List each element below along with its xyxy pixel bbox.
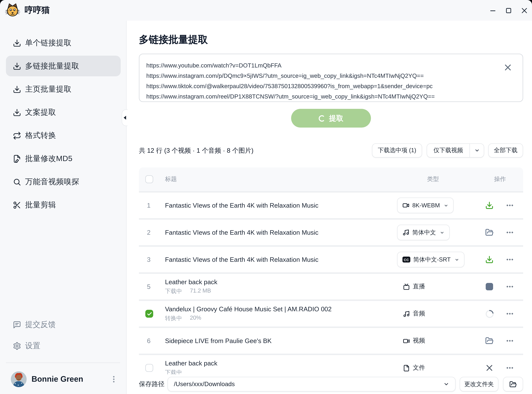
sidebar-item-multi-link-batch-extract[interactable]: 多链接批量提取 xyxy=(6,56,121,76)
table-row: 5 Leather back pack 下载中 71.2 MB 直播 xyxy=(139,274,523,301)
download-selected-button[interactable]: 下载选中项 (1) xyxy=(372,143,422,158)
type-label: 文件 xyxy=(413,364,425,372)
row-menu-button[interactable] xyxy=(506,202,514,209)
url-input[interactable]: https://www.youtube.com/watch?v=DOT1LmQb… xyxy=(139,54,523,102)
table-row: 1 Fantastic VIews of the Earth 4K with R… xyxy=(139,192,523,220)
type-cell: 文件 xyxy=(403,364,425,372)
save-path-label: 保存路径 xyxy=(139,380,165,389)
sidebar-item-settings[interactable]: 设置 xyxy=(0,335,126,356)
message-icon xyxy=(13,320,21,329)
row-number: 3 xyxy=(142,256,156,263)
clear-input-icon[interactable] xyxy=(504,63,512,71)
select-all-checkbox[interactable] xyxy=(145,175,153,183)
app-window: 哼哼猫 单个链接提取 多链接批量提取 xyxy=(0,0,532,394)
user-profile[interactable]: Bonnie Green xyxy=(0,368,126,390)
sidebar-item-homepage-batch-extract[interactable]: 主页批量提取 xyxy=(6,79,121,99)
extract-button-label: 提取 xyxy=(329,114,343,123)
sidebar: 单个链接提取 多链接批量提取 主页批量提取 文案提取 格式转换 xyxy=(0,21,127,394)
column-header-actions: 操作 xyxy=(494,175,506,183)
tv-icon xyxy=(403,283,410,290)
sidebar-collapse-handle[interactable] xyxy=(122,109,128,126)
open-folder-button[interactable] xyxy=(503,377,523,392)
row-checkbox[interactable] xyxy=(145,364,153,372)
row-number: 1 xyxy=(142,202,156,209)
format-select-value: 简体中文 xyxy=(412,228,436,237)
download-icon xyxy=(13,62,21,70)
table-row: 2 Fantastic VIews of the Earth 4K with R… xyxy=(139,220,523,247)
change-folder-button[interactable]: 更改文件夹 xyxy=(459,377,499,392)
row-title: Fantastic VIews of the Earth 4K with Rel… xyxy=(165,202,395,209)
download-button[interactable] xyxy=(485,255,494,264)
file-icon xyxy=(403,364,410,371)
save-path-select[interactable]: /Users/xxx/Downloads xyxy=(167,377,456,392)
open-folder-button[interactable] xyxy=(485,337,494,345)
sidebar-item-batch-edit[interactable]: 批量剪辑 xyxy=(6,195,121,215)
sidebar-item-label: 万能音视频嗅探 xyxy=(25,176,79,187)
sidebar-item-single-link-extract[interactable]: 单个链接提取 xyxy=(6,32,121,53)
converting-spinner xyxy=(485,310,494,318)
user-menu-kebab-icon[interactable] xyxy=(110,375,118,383)
url-input-value: https://www.youtube.com/watch?v=DOT1LmQb… xyxy=(146,61,503,100)
stop-button[interactable] xyxy=(485,282,494,291)
column-header-title: 标题 xyxy=(165,175,177,183)
scissors-icon xyxy=(13,201,21,209)
video-icon xyxy=(402,202,409,209)
row-title: Fantastic VIews of the Earth 4K with Rel… xyxy=(165,256,395,263)
sidebar-item-label: 批量剪辑 xyxy=(25,200,56,210)
sidebar-item-label: 提交反馈 xyxy=(25,319,56,330)
sidebar-item-label: 主页批量提取 xyxy=(25,84,72,94)
sidebar-item-label: 单个链接提取 xyxy=(25,38,72,48)
type-cell: 音频 xyxy=(403,310,425,318)
format-select[interactable]: 8K-WEBM xyxy=(397,197,454,213)
type-label: 直播 xyxy=(413,282,425,291)
column-header-type: 类型 xyxy=(427,175,439,183)
sidebar-item-copy-extract[interactable]: 文案提取 xyxy=(6,102,121,123)
status-text: 转换中 xyxy=(165,315,182,322)
chevron-down-icon xyxy=(454,257,459,262)
extract-button[interactable]: 提取 xyxy=(291,109,371,128)
row-menu-button[interactable] xyxy=(506,228,514,236)
sidebar-item-batch-md5[interactable]: 批量修改MD5 xyxy=(6,148,121,169)
cancel-button[interactable] xyxy=(485,364,494,372)
row-status: 转换中 20% xyxy=(165,315,395,322)
user-name: Bonnie Green xyxy=(31,375,83,384)
download-all-button[interactable]: 全部下载 xyxy=(488,143,523,158)
row-checkbox[interactable] xyxy=(145,310,153,318)
sidebar-item-feedback[interactable]: 提交反馈 xyxy=(0,314,126,335)
sidebar-item-label: 批量修改MD5 xyxy=(25,153,73,164)
minimize-button[interactable] xyxy=(490,7,496,14)
main-content: 多链接批量提取 https://www.youtube.com/watch?v=… xyxy=(127,21,532,394)
type-cell: 视频 xyxy=(403,337,425,345)
app-title: 哼哼猫 xyxy=(25,0,50,21)
download-button[interactable] xyxy=(485,201,494,210)
table-row: 3 Fantastic VIews of the Earth 4K with R… xyxy=(139,247,523,274)
row-number: 6 xyxy=(142,337,156,344)
row-menu-button[interactable] xyxy=(506,256,514,264)
row-menu-button[interactable] xyxy=(506,310,514,318)
sidebar-divider xyxy=(6,363,120,363)
format-select-value: 简体中文-SRT xyxy=(413,255,451,264)
type-cell: 直播 xyxy=(403,282,425,291)
sidebar-item-label: 设置 xyxy=(25,341,40,351)
download-videos-only-button[interactable]: 仅下载视频 xyxy=(427,143,484,158)
close-button[interactable] xyxy=(521,7,527,14)
row-menu-button[interactable] xyxy=(506,283,514,290)
format-select[interactable]: CC 简体中文-SRT xyxy=(397,252,464,267)
maximize-button[interactable] xyxy=(505,7,512,14)
sidebar-footer: 提交反馈 设置 xyxy=(0,314,126,357)
open-folder-button[interactable] xyxy=(485,228,494,237)
table-header: 标题 类型 操作 xyxy=(139,167,523,192)
download-icon xyxy=(13,39,21,47)
chevron-down-icon[interactable] xyxy=(470,148,484,153)
sidebar-item-media-sniffer[interactable]: 万能音视频嗅探 xyxy=(6,171,121,192)
titlebar: 哼哼猫 xyxy=(0,0,532,21)
sidebar-item-format-convert[interactable]: 格式转换 xyxy=(6,125,121,146)
sidebar-item-label: 格式转换 xyxy=(25,130,56,141)
stop-icon xyxy=(486,283,493,290)
row-menu-button[interactable] xyxy=(506,364,514,372)
summary-text: 共 12 行 (3 个视频 · 1 个音频 · 8 个图片) xyxy=(139,146,253,155)
chevron-down-icon xyxy=(443,381,449,387)
format-select[interactable]: 简体中文 xyxy=(397,225,450,240)
row-menu-button[interactable] xyxy=(506,337,514,345)
gear-icon xyxy=(13,342,21,350)
